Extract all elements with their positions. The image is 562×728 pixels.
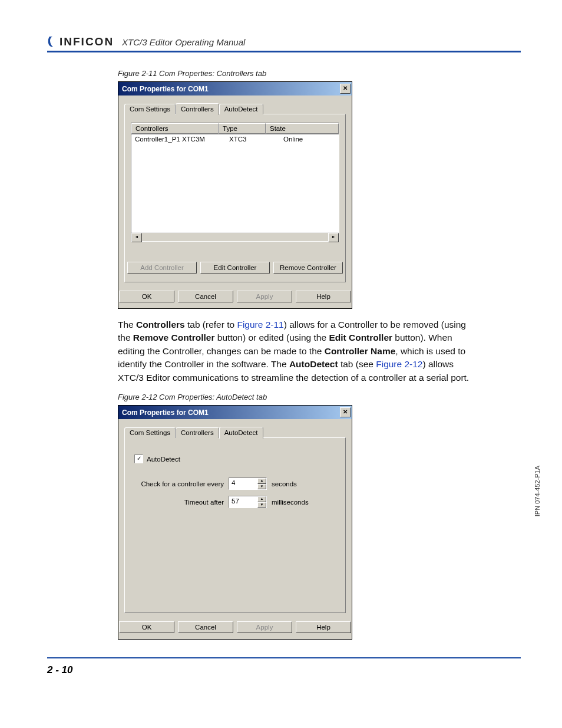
scroll-left-icon[interactable]: ◄ bbox=[131, 233, 142, 242]
cell-type: XTC3 bbox=[226, 134, 280, 144]
check-interval-value[interactable]: 4 bbox=[229, 478, 257, 489]
com-properties-dialog-autodetect: Com Properties for COM1 ✕ Com Settings C… bbox=[118, 405, 352, 640]
spin-up-icon[interactable]: ▲ bbox=[257, 478, 266, 484]
brand-logo: INFICON bbox=[47, 35, 114, 48]
figure-2-12-caption: Figure 2-12 Com Properties: AutoDetect t… bbox=[118, 393, 477, 401]
scroll-right-icon[interactable]: ► bbox=[328, 233, 339, 242]
tab-controllers[interactable]: Controllers bbox=[176, 427, 219, 438]
listview-hscrollbar[interactable]: ◄ ► bbox=[131, 232, 339, 241]
cell-state: Online bbox=[280, 134, 339, 144]
col-type[interactable]: Type bbox=[219, 123, 266, 134]
check-interval-spinner[interactable]: 4 ▲ ▼ bbox=[229, 477, 267, 490]
dialog-title: Com Properties for COM1 bbox=[122, 85, 209, 93]
cancel-button[interactable]: Cancel bbox=[178, 621, 233, 633]
inficon-icon bbox=[47, 36, 58, 48]
spin-down-icon[interactable]: ▼ bbox=[257, 502, 266, 508]
apply-button[interactable]: Apply bbox=[237, 291, 292, 302]
table-row[interactable]: Controller1_P1 XTC3M XTC3 Online bbox=[131, 134, 339, 144]
timeout-unit: milliseconds bbox=[272, 499, 309, 506]
tab-com-settings[interactable]: Com Settings bbox=[124, 427, 176, 438]
help-button[interactable]: Help bbox=[296, 621, 351, 633]
spin-up-icon[interactable]: ▲ bbox=[257, 496, 266, 502]
tab-autodetect[interactable]: AutoDetect bbox=[219, 427, 263, 439]
close-icon[interactable]: ✕ bbox=[340, 84, 351, 94]
help-button[interactable]: Help bbox=[296, 291, 351, 302]
remove-controller-button[interactable]: Remove Controller bbox=[273, 262, 343, 274]
timeout-spinner[interactable]: 57 ▲ ▼ bbox=[229, 496, 267, 508]
figure-2-11-caption: Figure 2-11 Com Properties: Controllers … bbox=[118, 69, 477, 78]
col-controllers[interactable]: Controllers bbox=[131, 123, 219, 134]
link-figure-2-12[interactable]: Figure 2-12 bbox=[376, 359, 422, 369]
check-interval-label: Check for a controller every bbox=[134, 480, 224, 487]
timeout-value[interactable]: 57 bbox=[229, 496, 257, 508]
check-interval-unit: seconds bbox=[272, 480, 297, 487]
autodetect-checkbox[interactable]: ✓ bbox=[134, 454, 143, 463]
col-state[interactable]: State bbox=[266, 123, 339, 134]
dialog-titlebar[interactable]: Com Properties for COM1 ✕ bbox=[118, 406, 352, 419]
header-rule bbox=[47, 51, 521, 52]
tab-com-settings[interactable]: Com Settings bbox=[124, 104, 176, 114]
manual-title: XTC/3 Editor Operating Manual bbox=[122, 37, 245, 48]
tab-autodetect[interactable]: AutoDetect bbox=[219, 104, 263, 114]
tab-controllers[interactable]: Controllers bbox=[176, 103, 219, 115]
ipn-side-text: IPN 074-452-P1A bbox=[534, 466, 541, 516]
edit-controller-button[interactable]: Edit Controller bbox=[200, 262, 270, 274]
controllers-listview[interactable]: Controllers Type State Controller1_P1 XT… bbox=[131, 123, 339, 242]
ok-button[interactable]: OK bbox=[119, 621, 174, 633]
cancel-button[interactable]: Cancel bbox=[178, 291, 233, 302]
dialog-title: Com Properties for COM1 bbox=[122, 409, 209, 417]
autodetect-label: AutoDetect bbox=[147, 456, 180, 463]
body-paragraph: The Controllers tab (refer to Figure 2-1… bbox=[118, 318, 477, 384]
spin-down-icon[interactable]: ▼ bbox=[257, 484, 266, 490]
link-figure-2-11[interactable]: Figure 2-11 bbox=[237, 319, 283, 330]
com-properties-dialog-controllers: Com Properties for COM1 ✕ Com Settings C… bbox=[118, 81, 352, 309]
ok-button[interactable]: OK bbox=[119, 291, 174, 302]
cell-controller-name: Controller1_P1 XTC3M bbox=[131, 134, 226, 144]
brand-name: INFICON bbox=[59, 35, 114, 48]
dialog-titlebar[interactable]: Com Properties for COM1 ✕ bbox=[118, 82, 352, 95]
footer-rule bbox=[47, 657, 521, 658]
add-controller-button[interactable]: Add Controller bbox=[127, 262, 197, 274]
close-icon[interactable]: ✕ bbox=[340, 407, 351, 417]
page-number: 2 - 10 bbox=[47, 664, 521, 676]
apply-button[interactable]: Apply bbox=[237, 621, 292, 633]
timeout-label: Timeout after bbox=[134, 499, 224, 506]
